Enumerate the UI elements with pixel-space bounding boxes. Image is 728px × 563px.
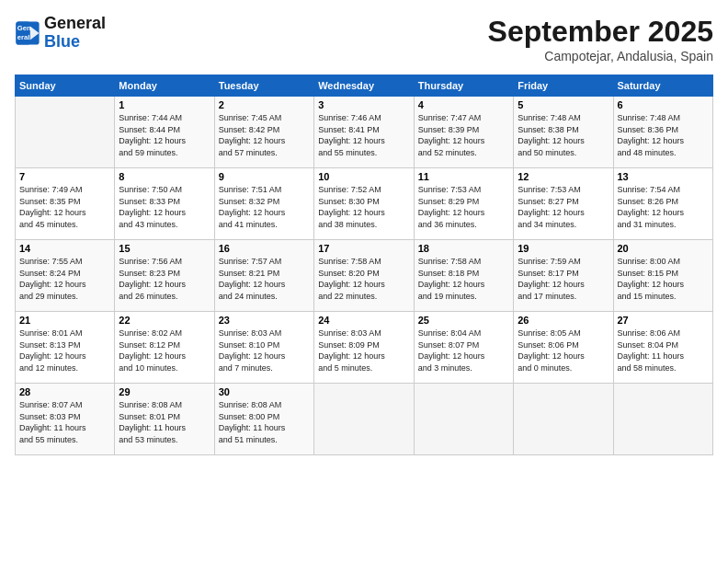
- calendar-cell: [314, 384, 415, 455]
- calendar-cell: 17Sunrise: 7:58 AM Sunset: 8:20 PM Dayli…: [314, 240, 415, 312]
- calendar-cell: 18Sunrise: 7:58 AM Sunset: 8:18 PM Dayli…: [414, 240, 513, 312]
- day-detail: Sunrise: 7:48 AM Sunset: 8:36 PM Dayligh…: [618, 112, 710, 158]
- calendar-cell: 1Sunrise: 7:44 AM Sunset: 8:44 PM Daylig…: [115, 97, 214, 168]
- calendar-cell: 7Sunrise: 7:49 AM Sunset: 8:35 PM Daylig…: [16, 168, 115, 240]
- calendar-cell: 15Sunrise: 7:56 AM Sunset: 8:23 PM Dayli…: [115, 240, 214, 312]
- day-detail: Sunrise: 7:49 AM Sunset: 8:35 PM Dayligh…: [19, 184, 110, 230]
- logo-line2: Blue: [44, 33, 106, 52]
- page-header: Gen eral General Blue September 2025 Cam…: [15, 15, 713, 63]
- day-number: 4: [418, 99, 509, 110]
- day-number: 20: [618, 243, 710, 254]
- calendar-week-4: 21Sunrise: 8:01 AM Sunset: 8:13 PM Dayli…: [16, 312, 713, 384]
- calendar-cell: 16Sunrise: 7:57 AM Sunset: 8:21 PM Dayli…: [214, 240, 313, 312]
- day-detail: Sunrise: 7:50 AM Sunset: 8:33 PM Dayligh…: [119, 184, 210, 230]
- calendar-cell: 6Sunrise: 7:48 AM Sunset: 8:36 PM Daylig…: [613, 97, 713, 168]
- calendar-cell: [613, 384, 713, 455]
- calendar-cell: 26Sunrise: 8:05 AM Sunset: 8:06 PM Dayli…: [514, 312, 613, 384]
- day-detail: Sunrise: 7:46 AM Sunset: 8:41 PM Dayligh…: [318, 112, 410, 158]
- day-number: 15: [119, 243, 210, 254]
- day-number: 17: [318, 243, 410, 254]
- day-detail: Sunrise: 7:45 AM Sunset: 8:42 PM Dayligh…: [219, 112, 310, 158]
- day-number: 12: [518, 171, 609, 182]
- col-header-monday: Monday: [115, 75, 214, 97]
- day-detail: Sunrise: 8:07 AM Sunset: 8:03 PM Dayligh…: [19, 399, 110, 445]
- day-number: 13: [618, 171, 710, 182]
- day-detail: Sunrise: 7:51 AM Sunset: 8:32 PM Dayligh…: [219, 184, 310, 230]
- day-number: 6: [618, 99, 710, 110]
- day-detail: Sunrise: 8:05 AM Sunset: 8:06 PM Dayligh…: [518, 327, 609, 373]
- calendar-cell: 5Sunrise: 7:48 AM Sunset: 8:38 PM Daylig…: [514, 97, 613, 168]
- day-detail: Sunrise: 7:54 AM Sunset: 8:26 PM Dayligh…: [618, 184, 710, 230]
- day-detail: Sunrise: 8:03 AM Sunset: 8:10 PM Dayligh…: [219, 327, 310, 373]
- calendar-cell: 21Sunrise: 8:01 AM Sunset: 8:13 PM Dayli…: [16, 312, 115, 384]
- calendar-cell: 29Sunrise: 8:08 AM Sunset: 8:01 PM Dayli…: [115, 384, 214, 455]
- day-number: 21: [19, 315, 110, 326]
- calendar-week-5: 28Sunrise: 8:07 AM Sunset: 8:03 PM Dayli…: [16, 384, 713, 455]
- col-header-tuesday: Tuesday: [214, 75, 313, 97]
- logo-line1: General: [44, 15, 106, 33]
- day-detail: Sunrise: 7:58 AM Sunset: 8:18 PM Dayligh…: [418, 256, 509, 302]
- logo: Gen eral General Blue: [15, 15, 106, 52]
- calendar-table: SundayMondayTuesdayWednesdayThursdayFrid…: [15, 75, 713, 455]
- calendar-cell: 9Sunrise: 7:51 AM Sunset: 8:32 PM Daylig…: [214, 168, 313, 240]
- col-header-thursday: Thursday: [414, 75, 513, 97]
- calendar-cell: 8Sunrise: 7:50 AM Sunset: 8:33 PM Daylig…: [115, 168, 214, 240]
- calendar-cell: [414, 384, 513, 455]
- day-number: 1: [119, 99, 210, 110]
- day-number: 19: [518, 243, 609, 254]
- day-number: 8: [119, 171, 210, 182]
- day-number: 30: [219, 386, 310, 397]
- calendar-cell: 3Sunrise: 7:46 AM Sunset: 8:41 PM Daylig…: [314, 97, 415, 168]
- day-number: 5: [518, 99, 609, 110]
- day-detail: Sunrise: 8:03 AM Sunset: 8:09 PM Dayligh…: [318, 327, 410, 373]
- day-detail: Sunrise: 8:08 AM Sunset: 8:00 PM Dayligh…: [219, 399, 310, 445]
- col-header-wednesday: Wednesday: [314, 75, 415, 97]
- calendar-cell: [514, 384, 613, 455]
- day-detail: Sunrise: 7:48 AM Sunset: 8:38 PM Dayligh…: [518, 112, 609, 158]
- day-detail: Sunrise: 8:01 AM Sunset: 8:13 PM Dayligh…: [19, 327, 110, 373]
- col-header-friday: Friday: [514, 75, 613, 97]
- day-detail: Sunrise: 7:59 AM Sunset: 8:17 PM Dayligh…: [518, 256, 609, 302]
- logo-icon: Gen eral: [15, 20, 40, 46]
- day-detail: Sunrise: 7:52 AM Sunset: 8:30 PM Dayligh…: [318, 184, 410, 230]
- day-number: 24: [318, 315, 410, 326]
- calendar-cell: 30Sunrise: 8:08 AM Sunset: 8:00 PM Dayli…: [214, 384, 313, 455]
- calendar-cell: 13Sunrise: 7:54 AM Sunset: 8:26 PM Dayli…: [613, 168, 713, 240]
- calendar-cell: 24Sunrise: 8:03 AM Sunset: 8:09 PM Dayli…: [314, 312, 415, 384]
- day-detail: Sunrise: 8:08 AM Sunset: 8:01 PM Dayligh…: [119, 399, 210, 445]
- calendar-cell: 23Sunrise: 8:03 AM Sunset: 8:10 PM Dayli…: [214, 312, 313, 384]
- calendar-cell: [16, 97, 115, 168]
- month-title: September 2025: [488, 15, 713, 49]
- day-number: 25: [418, 315, 509, 326]
- col-header-sunday: Sunday: [16, 75, 115, 97]
- location-subtitle: Campotejar, Andalusia, Spain: [488, 49, 713, 63]
- calendar-week-1: 1Sunrise: 7:44 AM Sunset: 8:44 PM Daylig…: [16, 97, 713, 168]
- calendar-cell: 14Sunrise: 7:55 AM Sunset: 8:24 PM Dayli…: [16, 240, 115, 312]
- svg-text:Gen: Gen: [17, 24, 31, 32]
- day-number: 3: [318, 99, 410, 110]
- day-number: 28: [19, 386, 110, 397]
- calendar-cell: 12Sunrise: 7:53 AM Sunset: 8:27 PM Dayli…: [514, 168, 613, 240]
- calendar-cell: 11Sunrise: 7:53 AM Sunset: 8:29 PM Dayli…: [414, 168, 513, 240]
- calendar-cell: 4Sunrise: 7:47 AM Sunset: 8:39 PM Daylig…: [414, 97, 513, 168]
- day-number: 27: [618, 315, 710, 326]
- day-detail: Sunrise: 8:02 AM Sunset: 8:12 PM Dayligh…: [119, 327, 210, 373]
- day-number: 18: [418, 243, 509, 254]
- day-detail: Sunrise: 8:06 AM Sunset: 8:04 PM Dayligh…: [618, 327, 710, 373]
- day-detail: Sunrise: 8:04 AM Sunset: 8:07 PM Dayligh…: [418, 327, 509, 373]
- day-number: 14: [19, 243, 110, 254]
- day-detail: Sunrise: 7:58 AM Sunset: 8:20 PM Dayligh…: [318, 256, 410, 302]
- header-row: SundayMondayTuesdayWednesdayThursdayFrid…: [16, 75, 713, 97]
- day-detail: Sunrise: 7:44 AM Sunset: 8:44 PM Dayligh…: [119, 112, 210, 158]
- calendar-cell: 25Sunrise: 8:04 AM Sunset: 8:07 PM Dayli…: [414, 312, 513, 384]
- day-number: 23: [219, 315, 310, 326]
- day-number: 11: [418, 171, 509, 182]
- calendar-cell: 28Sunrise: 8:07 AM Sunset: 8:03 PM Dayli…: [16, 384, 115, 455]
- day-number: 2: [219, 99, 310, 110]
- day-detail: Sunrise: 7:57 AM Sunset: 8:21 PM Dayligh…: [219, 256, 310, 302]
- day-number: 9: [219, 171, 310, 182]
- day-detail: Sunrise: 8:00 AM Sunset: 8:15 PM Dayligh…: [618, 256, 710, 302]
- day-detail: Sunrise: 7:55 AM Sunset: 8:24 PM Dayligh…: [19, 256, 110, 302]
- calendar-week-3: 14Sunrise: 7:55 AM Sunset: 8:24 PM Dayli…: [16, 240, 713, 312]
- calendar-cell: 19Sunrise: 7:59 AM Sunset: 8:17 PM Dayli…: [514, 240, 613, 312]
